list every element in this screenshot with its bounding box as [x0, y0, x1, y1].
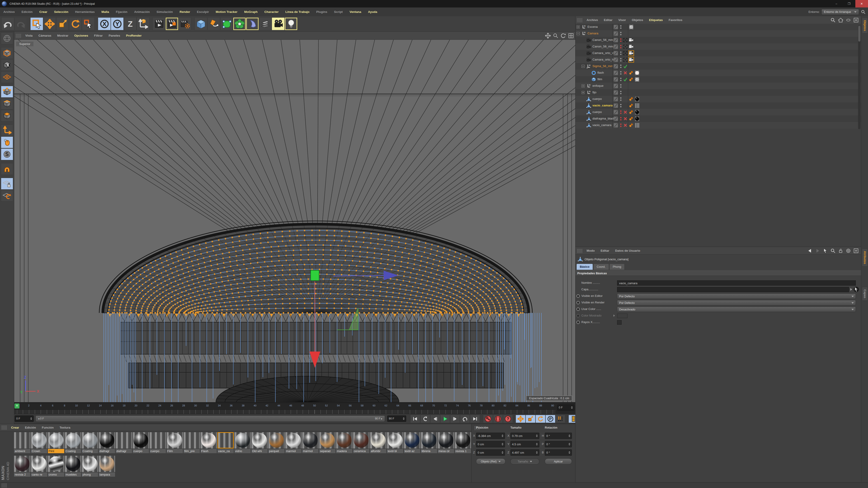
tag-icon[interactable]: [629, 51, 633, 56]
field-spinner[interactable]: [568, 451, 570, 454]
tree-row-Sigma_56_mm[interactable]: 0aSigma_56_mm: [576, 63, 862, 70]
viewport-pan-icon[interactable]: [545, 33, 551, 39]
material-textil-az[interactable]: textil az: [404, 432, 420, 453]
enabled-check-icon[interactable]: [623, 77, 628, 82]
layer-chip-icon[interactable]: [614, 110, 618, 115]
camera-menu[interactable]: [272, 18, 285, 30]
visibility-dots-icon[interactable]: [618, 70, 623, 75]
visibility-dots-icon[interactable]: [618, 38, 623, 42]
material-thumbnail[interactable]: [99, 432, 115, 449]
menu-item-fijaci-n[interactable]: Fijación: [112, 10, 131, 13]
layer-picker-icon[interactable]: [854, 287, 859, 292]
menu-item-mostrar[interactable]: Mostrar: [54, 34, 71, 37]
undo-button[interactable]: [1, 18, 14, 30]
scale-tool[interactable]: [56, 18, 69, 30]
material-cuerpo[interactable]: cuerpo: [133, 432, 149, 453]
menu-item-script[interactable]: Script: [331, 10, 346, 13]
search-icon[interactable]: [861, 9, 866, 14]
material-cromo[interactable]: cromo: [48, 456, 64, 477]
animation-dot-icon[interactable]: [577, 321, 580, 324]
mograph-menu[interactable]: [233, 18, 246, 30]
material-thumbnail[interactable]: [48, 432, 64, 449]
previous-frame-button[interactable]: [430, 415, 440, 423]
layer-chip-icon[interactable]: [614, 31, 618, 36]
coordinate-system-toggle[interactable]: [136, 18, 149, 30]
workplane-mode[interactable]: [1, 71, 13, 83]
layer-chip-icon[interactable]: [614, 97, 618, 101]
points-mode[interactable]: [1, 86, 13, 98]
coord-field-size-z[interactable]: 4.497 cm: [510, 449, 539, 456]
tree-row-Camara_orto_h[interactable]: Camara_orto_h: [576, 57, 862, 63]
material-thumbnail[interactable]: [65, 456, 81, 472]
timeline-ruler[interactable]: 0246810121416182022242628303234363840424…: [14, 403, 556, 410]
tab-phong[interactable]: Phong: [610, 264, 625, 270]
expand-icon[interactable]: [577, 26, 580, 29]
object-manager-scrollbar[interactable]: [858, 25, 861, 129]
minimize-button[interactable]: –: [830, 0, 843, 7]
material-revista-1[interactable]: revista 1: [455, 432, 471, 453]
layer-chip-icon[interactable]: [614, 44, 618, 49]
record-keyframe-button[interactable]: [483, 415, 493, 423]
disabled-x-icon[interactable]: [623, 110, 628, 115]
phong-tag-icon[interactable]: [629, 70, 633, 75]
visibility-dots-icon[interactable]: [618, 31, 623, 36]
material-thumbnail[interactable]: [82, 432, 98, 449]
material-marmol[interactable]: marmol: [302, 432, 318, 453]
material-parquet[interactable]: parquet: [268, 432, 285, 453]
rotate-tool[interactable]: [69, 18, 82, 30]
tree-row-Escena[interactable]: 0Escena: [576, 24, 862, 30]
disabled-x-icon[interactable]: [623, 123, 628, 128]
menu-item-editar[interactable]: Editar: [598, 249, 612, 252]
record-scale-toggle[interactable]: [526, 415, 535, 423]
preview-range-slider[interactable]: ◂ 0 F 90 F ▸: [35, 416, 385, 422]
field-spinner[interactable]: [568, 443, 570, 446]
visibility-dots-icon[interactable]: [618, 90, 623, 95]
panel-grip-icon[interactable]: [1, 425, 7, 429]
visibility-dots-icon[interactable]: [618, 97, 623, 101]
rayos-x-checkbox[interactable]: [617, 320, 622, 325]
tree-row-Canon_56_mm_h[interactable]: Canon_56_mm_h: [576, 43, 862, 50]
viewport-zoom-icon[interactable]: [553, 33, 559, 39]
visibility-dots-icon[interactable]: [618, 77, 623, 82]
field-spinner[interactable]: [502, 434, 503, 437]
record-rotation-toggle[interactable]: [535, 415, 546, 423]
material-thumbnail[interactable]: [14, 456, 30, 472]
history-forward-icon[interactable]: [815, 248, 820, 254]
panel-grip-icon[interactable]: [577, 18, 582, 22]
maximize-button[interactable]: ❐: [843, 0, 855, 7]
material-revista-2[interactable]: revista 2: [14, 456, 30, 477]
visibility-dots-icon[interactable]: [618, 103, 623, 108]
material-thumbnail[interactable]: [336, 432, 352, 449]
menu-item-paneles[interactable]: Paneles: [105, 34, 123, 37]
material-phong[interactable]: phong: [82, 456, 98, 477]
material-thumbnail[interactable]: [82, 456, 98, 472]
menu-item-editar[interactable]: Editar: [601, 18, 615, 22]
loop-button[interactable]: [460, 415, 470, 423]
coord-field-size-y[interactable]: 4.5 cm: [510, 441, 539, 447]
collapse-icon[interactable]: [582, 65, 585, 68]
previous-key-button[interactable]: [420, 415, 430, 423]
tree-row-Camara[interactable]: 0Camara: [576, 30, 862, 37]
add-object-icon[interactable]: [853, 18, 859, 23]
phong-tag-icon[interactable]: [629, 77, 633, 82]
coord-field-rot-b[interactable]: 0 °: [545, 449, 572, 456]
animation-dot-icon[interactable]: [577, 294, 580, 298]
material-thumbnail[interactable]: [268, 432, 285, 449]
layer-chip-icon[interactable]: [614, 116, 618, 121]
generators-menu[interactable]: [220, 18, 233, 30]
menu-item-visor[interactable]: Visor: [616, 18, 629, 22]
layer-arrow-icon[interactable]: [850, 288, 852, 291]
visibility-dots-icon[interactable]: [618, 57, 623, 62]
tree-row-cuerpo[interactable]: cuerpo: [576, 96, 862, 102]
menu-item-character[interactable]: Character: [261, 10, 282, 13]
material-canto-re[interactable]: canto re: [31, 456, 47, 477]
material-mesa-cir[interactable]: mesa cir: [438, 432, 454, 453]
phong-tag-icon[interactable]: [629, 110, 633, 115]
layer-chip-icon[interactable]: [614, 90, 618, 95]
coord-field-pos-z[interactable]: 0 cm: [476, 449, 505, 456]
viewport-toggle-icon[interactable]: [568, 33, 574, 39]
tree-row-vacio_camara[interactable]: avacio_camara: [576, 122, 862, 129]
texture-tag-icon[interactable]: [635, 123, 640, 128]
menu-item-vista[interactable]: Vista: [22, 34, 35, 37]
locked-workplane[interactable]: [1, 178, 13, 190]
